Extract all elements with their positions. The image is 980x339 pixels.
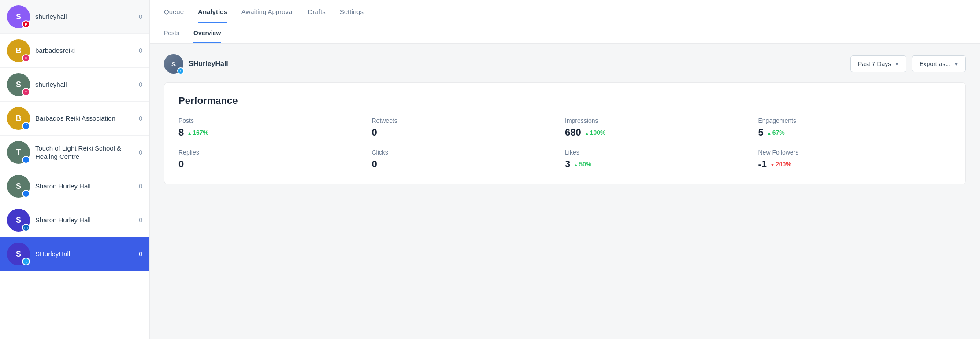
metric-value: 8 bbox=[178, 127, 184, 138]
profile-row: S t SHurleyHall Past 7 Days ▼ Export as.… bbox=[164, 54, 966, 74]
metrics-grid: Posts8167%Retweets0Impressions680100%Eng… bbox=[178, 117, 951, 170]
metric-value-row: -1200% bbox=[758, 158, 952, 170]
sidebar-item-shurleyhall-instagram[interactable]: S✦shurleyhall0 bbox=[0, 68, 149, 102]
performance-card: Performance Posts8167%Retweets0Impressio… bbox=[164, 82, 966, 184]
linkedin-badge-icon: in bbox=[22, 224, 30, 232]
metric-change: 100% bbox=[585, 129, 606, 136]
metric-value: 0 bbox=[372, 158, 377, 170]
sub-tab-overview[interactable]: Overview bbox=[193, 23, 221, 43]
facebook-badge-icon: f bbox=[22, 156, 30, 164]
sidebar-item-label: Sharon Hurley Hall bbox=[35, 216, 134, 225]
tab-awaiting-approval[interactable]: Awaiting Approval bbox=[241, 0, 294, 23]
instagram-badge-icon: ✦ bbox=[22, 54, 30, 62]
metric-value-row: 680100% bbox=[565, 127, 758, 138]
sidebar-item-label: barbadosreiki bbox=[35, 46, 134, 55]
metric-value: 0 bbox=[372, 127, 377, 138]
twitter-badge-icon: t bbox=[177, 67, 184, 74]
avatar-wrap-sharon-hurley-hall-fb: Sf bbox=[7, 175, 30, 198]
tab-queue[interactable]: Queue bbox=[164, 0, 184, 23]
metric-value-row: 0 bbox=[372, 158, 565, 170]
pinterest-badge-icon: P bbox=[22, 20, 30, 28]
avatar-wrap-shurleyhall-instagram: S✦ bbox=[7, 73, 30, 96]
sidebar-item-count: 0 bbox=[139, 183, 142, 190]
avatar-wrap-barbadosreiki: B✦ bbox=[7, 39, 30, 62]
main-tabs: QueueAnalyticsAwaiting ApprovalDraftsSet… bbox=[150, 0, 980, 23]
metric-label: New Followers bbox=[758, 149, 952, 156]
sidebar-item-label: SHurleyHall bbox=[35, 250, 134, 258]
sidebar-item-label: Barbados Reiki Association bbox=[35, 114, 134, 123]
facebook-badge-icon: f bbox=[22, 122, 30, 130]
sidebar-item-count: 0 bbox=[139, 251, 142, 258]
sidebar-item-touch-of-light[interactable]: TfTouch of Light Reiki School & Healing … bbox=[0, 136, 149, 170]
sidebar-item-shurleyhall-pinterest[interactable]: SPshurleyhall0 bbox=[0, 0, 149, 34]
metric-new-followers: New Followers-1200% bbox=[758, 149, 952, 170]
arrow-down-icon bbox=[770, 161, 775, 168]
metric-clicks: Clicks0 bbox=[372, 149, 565, 170]
metric-value-row: 350% bbox=[565, 158, 758, 170]
tab-analytics[interactable]: Analytics bbox=[198, 0, 227, 23]
avatar-wrap-barbados-reiki-assoc: Bf bbox=[7, 107, 30, 130]
metric-value-row: 8167% bbox=[178, 127, 372, 138]
arrow-up-icon bbox=[187, 129, 192, 136]
sidebar-item-barbados-reiki-assoc[interactable]: BfBarbados Reiki Association0 bbox=[0, 102, 149, 136]
metric-change: 67% bbox=[767, 129, 785, 136]
export-dropdown[interactable]: Export as... ▼ bbox=[912, 55, 966, 72]
instagram-badge-icon: ✦ bbox=[22, 88, 30, 96]
date-range-dropdown[interactable]: Past 7 Days ▼ bbox=[850, 55, 906, 72]
chevron-down-icon: ▼ bbox=[895, 62, 899, 66]
arrow-up-icon bbox=[585, 129, 589, 136]
metric-value: 3 bbox=[565, 158, 570, 170]
metric-change: 200% bbox=[770, 161, 791, 168]
sidebar-item-count: 0 bbox=[139, 115, 142, 122]
sidebar-item-label: Sharon Hurley Hall bbox=[35, 182, 134, 191]
metric-label: Impressions bbox=[565, 117, 758, 124]
metric-change: 167% bbox=[187, 129, 208, 136]
metric-value-row: 0 bbox=[178, 158, 372, 170]
metric-label: Likes bbox=[565, 149, 758, 156]
avatar-wrap-touch-of-light: Tf bbox=[7, 141, 30, 164]
profile-info: S t SHurleyHall bbox=[164, 54, 228, 74]
metric-label: Replies bbox=[178, 149, 372, 156]
metric-value: -1 bbox=[758, 158, 767, 170]
metric-impressions: Impressions680100% bbox=[565, 117, 758, 138]
sidebar-item-count: 0 bbox=[139, 217, 142, 224]
metric-likes: Likes350% bbox=[565, 149, 758, 170]
metric-engagements: Engagements567% bbox=[758, 117, 952, 138]
metric-retweets: Retweets0 bbox=[372, 117, 565, 138]
arrow-up-icon bbox=[767, 129, 772, 136]
metric-label: Retweets bbox=[372, 117, 565, 124]
metric-value: 680 bbox=[565, 127, 581, 138]
metric-posts: Posts8167% bbox=[178, 117, 372, 138]
tab-settings[interactable]: Settings bbox=[340, 0, 364, 23]
sidebar-item-sharon-hurley-hall-li[interactable]: SinSharon Hurley Hall0 bbox=[0, 203, 149, 237]
sidebar-item-label: Touch of Light Reiki School & Healing Ce… bbox=[35, 144, 134, 161]
sub-tab-posts[interactable]: Posts bbox=[164, 23, 179, 43]
sidebar-item-count: 0 bbox=[139, 47, 142, 54]
sidebar-item-count: 0 bbox=[139, 13, 142, 20]
metric-value: 0 bbox=[178, 158, 184, 170]
tab-drafts[interactable]: Drafts bbox=[308, 0, 326, 23]
controls: Past 7 Days ▼ Export as... ▼ bbox=[850, 55, 966, 72]
sub-tabs: PostsOverview bbox=[150, 23, 980, 44]
sidebar-item-barbadosreiki[interactable]: B✦barbadosreiki0 bbox=[0, 34, 149, 68]
metric-value: 5 bbox=[758, 127, 764, 138]
performance-title: Performance bbox=[178, 95, 951, 107]
avatar-wrap-shurleyhall-twitter: St bbox=[7, 243, 30, 265]
main-content: QueueAnalyticsAwaiting ApprovalDraftsSet… bbox=[150, 0, 980, 339]
profile-avatar: S t bbox=[164, 54, 183, 74]
metric-change: 50% bbox=[574, 161, 591, 168]
facebook-badge-icon: f bbox=[22, 190, 30, 198]
sidebar-item-sharon-hurley-hall-fb[interactable]: SfSharon Hurley Hall0 bbox=[0, 170, 149, 203]
metric-label: Clicks bbox=[372, 149, 565, 156]
sidebar-item-label: shurleyhall bbox=[35, 80, 134, 89]
sidebar-item-count: 0 bbox=[139, 81, 142, 88]
profile-name: SHurleyHall bbox=[189, 60, 228, 68]
avatar-wrap-sharon-hurley-hall-li: Sin bbox=[7, 209, 30, 232]
metric-value-row: 567% bbox=[758, 127, 952, 138]
metric-label: Posts bbox=[178, 117, 372, 124]
sidebar-item-shurleyhall-twitter[interactable]: StSHurleyHall0 bbox=[0, 237, 149, 271]
chevron-down-icon: ▼ bbox=[954, 62, 958, 66]
sidebar-item-label: shurleyhall bbox=[35, 12, 134, 21]
avatar-wrap-shurleyhall-pinterest: SP bbox=[7, 5, 30, 28]
metric-value-row: 0 bbox=[372, 127, 565, 138]
